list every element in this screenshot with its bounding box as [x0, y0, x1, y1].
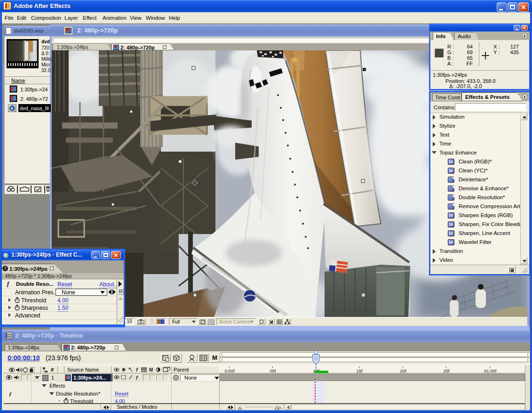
svg-text:f: f: [136, 367, 138, 373]
svg-text:M: M: [149, 367, 153, 373]
svg-text:f: f: [136, 375, 138, 381]
